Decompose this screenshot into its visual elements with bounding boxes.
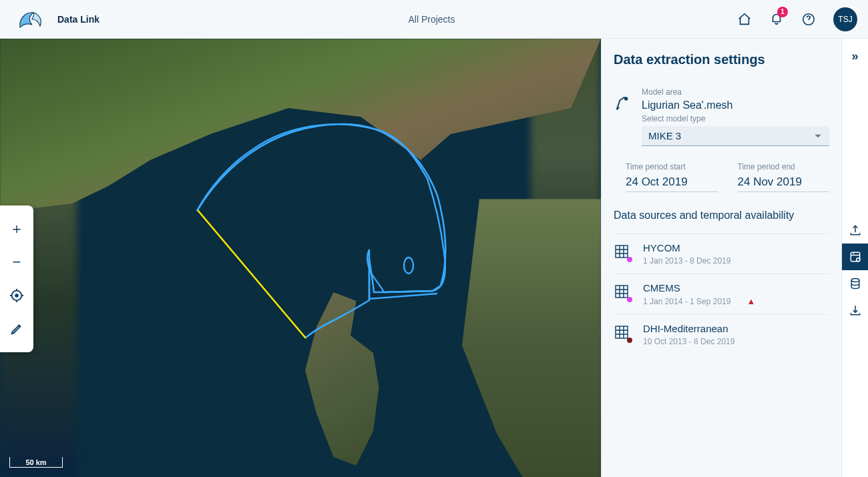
grid-icon <box>614 324 631 342</box>
map-scale: 50 km <box>9 457 63 468</box>
model-type-select[interactable]: MIKE 3 <box>642 126 829 146</box>
data-source-name: DHI-Mediterranean <box>643 323 734 334</box>
home-icon[interactable] <box>737 12 752 27</box>
notifications-button[interactable]: 1 <box>769 11 784 28</box>
download-button[interactable] <box>842 297 869 324</box>
svg-rect-10 <box>851 252 859 261</box>
data-source-range: 1 Jan 2013 - 8 Dec 2019 <box>643 256 730 266</box>
map-viewport[interactable]: ＋ − 50 km <box>0 39 601 477</box>
logo-area: Data Link <box>16 7 126 31</box>
notification-badge: 1 <box>777 7 788 17</box>
settings-panel: Data extraction settings Model area Ligu… <box>601 39 841 477</box>
svg-point-5 <box>15 294 18 297</box>
data-sources-title: Data sources and temporal availability <box>614 209 829 221</box>
right-rail: » <box>841 39 868 477</box>
draw-area-icon <box>614 94 632 113</box>
help-icon[interactable] <box>801 12 816 27</box>
zoom-in-button[interactable]: ＋ <box>0 212 33 246</box>
collapse-panel-button[interactable]: » <box>851 49 858 63</box>
period-start-input[interactable]: 24 Oct 2019 <box>626 173 718 192</box>
data-source-item[interactable]: DHI-Mediterranean10 Oct 2013 - 8 Dec 201… <box>614 314 829 354</box>
app-logo-icon <box>16 7 45 31</box>
data-source-range: 10 Oct 2013 - 8 Dec 2019 <box>643 337 734 346</box>
edit-button[interactable] <box>0 312 33 346</box>
svg-rect-7 <box>616 246 628 258</box>
chevron-down-icon <box>813 131 823 141</box>
app-name: Data Link <box>57 14 99 25</box>
app-header: Data Link All Projects 1 TSJ <box>0 0 868 39</box>
upload-button[interactable] <box>842 217 869 244</box>
model-type-label: Select model type <box>642 114 829 123</box>
main-area: ＋ − 50 km Data extraction settings Model… <box>0 39 868 477</box>
panel-title: Data extraction settings <box>614 52 829 67</box>
database-button[interactable] <box>842 270 869 297</box>
data-source-range: 1 Jan 2014 - 1 Sep 2019▲ <box>643 296 755 306</box>
model-area-value: Ligurian Sea'.mesh <box>642 98 829 114</box>
warning-icon: ▲ <box>746 296 755 306</box>
time-period-row: Time period start 24 Oct 2019 Time perio… <box>626 162 829 192</box>
svg-rect-8 <box>616 286 628 298</box>
model-type-value: MIKE 3 <box>648 130 681 141</box>
map-controls: ＋ − <box>0 205 33 352</box>
svg-rect-9 <box>616 326 628 338</box>
data-sources-list: HYCOM1 Jan 2013 - 8 Dec 2019CMEMS1 Jan 2… <box>614 233 829 354</box>
zoom-out-button[interactable]: − <box>0 246 33 279</box>
svg-point-12 <box>851 279 859 282</box>
data-source-name: CMEMS <box>643 282 755 294</box>
model-area-block: Model area Ligurian Sea'.mesh Select mod… <box>614 87 829 146</box>
period-end-input[interactable]: 24 Nov 2019 <box>738 173 830 192</box>
projects-link[interactable]: All Projects <box>126 14 737 25</box>
user-avatar[interactable]: TSJ <box>833 7 857 31</box>
header-actions: 1 TSJ <box>737 7 857 31</box>
period-end-label: Time period end <box>738 162 830 171</box>
model-area-label: Model area <box>642 87 829 97</box>
locate-button[interactable] <box>0 279 33 312</box>
data-source-item[interactable]: HYCOM1 Jan 2013 - 8 Dec 2019 <box>614 233 829 274</box>
period-start-label: Time period start <box>626 162 718 171</box>
grid-icon <box>614 284 631 301</box>
grid-icon <box>614 244 631 261</box>
svg-point-11 <box>856 258 859 262</box>
extraction-settings-button[interactable] <box>842 244 869 270</box>
data-source-name: HYCOM <box>643 242 730 254</box>
map-terrain <box>0 39 601 477</box>
data-source-item[interactable]: CMEMS1 Jan 2014 - 1 Sep 2019▲ <box>614 274 829 314</box>
